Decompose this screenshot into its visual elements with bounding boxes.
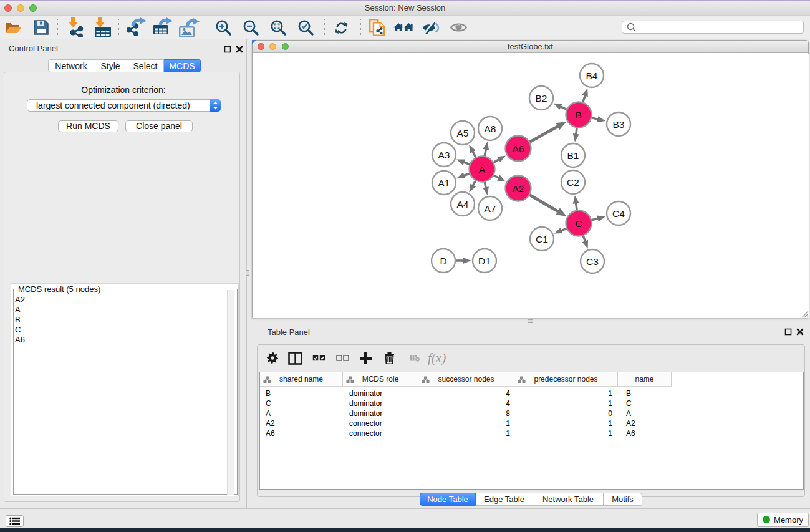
svg-text:A8: A8 — [485, 123, 496, 134]
svg-text:A4: A4 — [457, 199, 469, 210]
svg-text:C: C — [575, 218, 582, 229]
svg-text:A5: A5 — [457, 128, 469, 138]
svg-text:B: B — [576, 110, 582, 120]
svg-text:A7: A7 — [485, 203, 496, 214]
svg-text:B1: B1 — [567, 150, 579, 161]
svg-text:C2: C2 — [567, 177, 579, 188]
svg-text:C3: C3 — [586, 256, 599, 267]
svg-text:B3: B3 — [613, 119, 625, 130]
svg-text:A3: A3 — [438, 150, 450, 160]
svg-text:A2: A2 — [513, 183, 524, 194]
svg-text:B4: B4 — [586, 70, 598, 81]
svg-text:C1: C1 — [536, 234, 548, 244]
svg-text:A1: A1 — [438, 178, 450, 188]
svg-text:D: D — [440, 256, 446, 266]
svg-text:C4: C4 — [612, 208, 625, 219]
svg-text:D1: D1 — [478, 256, 491, 266]
svg-text:A6: A6 — [513, 143, 524, 154]
svg-text:B2: B2 — [536, 93, 547, 104]
svg-text:A: A — [479, 164, 486, 175]
